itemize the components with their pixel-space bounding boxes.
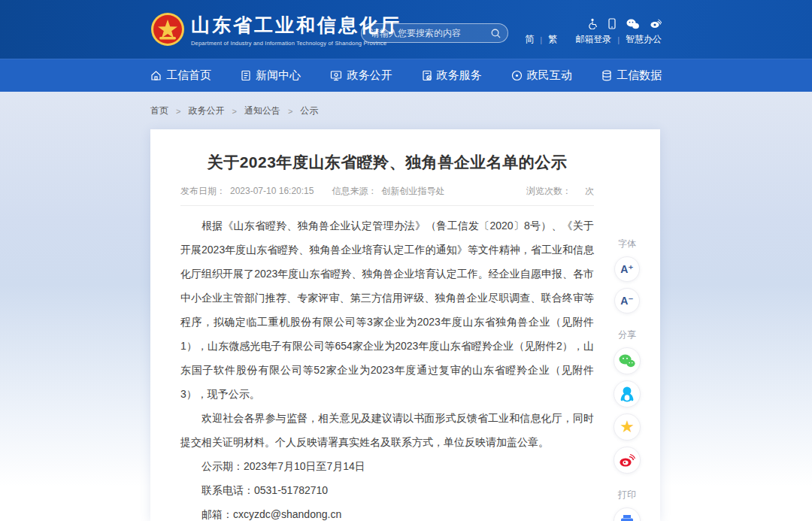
qzone-icon: ★: [620, 419, 635, 435]
article-card: 关于2023年度山东省瞪羚、独角兽企业名单的公示 发布日期：2023-07-10…: [150, 129, 660, 521]
wechat-icon: [619, 354, 635, 368]
font-increase-button[interactable]: A⁺: [614, 256, 640, 282]
interaction-icon: [511, 70, 523, 81]
nav-label: 政务服务: [437, 68, 482, 83]
article-paragraph: 根据《山东省瞪羚、独角兽企业认定管理办法》（鲁工信发〔2020〕8号）、《关于开…: [180, 214, 594, 406]
publish-date: 2023-07-10 16:20:15: [230, 186, 314, 196]
print-button[interactable]: [614, 507, 641, 521]
share-wechat-button[interactable]: [614, 347, 641, 374]
nav-item-interaction[interactable]: 政民互动: [511, 68, 572, 83]
service-icon: [422, 70, 432, 81]
nav-item-home[interactable]: 工信首页: [150, 68, 211, 83]
nav-item-disclosure[interactable]: 政务公开: [330, 68, 392, 83]
breadcrumb-home[interactable]: 首页: [150, 105, 168, 117]
breadcrumb-separator: >: [176, 107, 180, 116]
nav-label: 政务公开: [347, 68, 392, 83]
notice-period: 公示期：2023年7月10日至7月14日: [180, 454, 594, 478]
nav-label: 新闻中心: [256, 68, 301, 83]
breadcrumb-disclosure[interactable]: 政务公开: [188, 105, 224, 117]
qq-icon: [620, 386, 634, 402]
article-meta: 发布日期：2023-07-10 16:20:15信息来源：创新创业指导处 浏览次…: [180, 185, 594, 206]
wechat-icon[interactable]: [626, 19, 639, 29]
utility-separator: |: [617, 35, 620, 44]
source-value: 创新创业指导处: [381, 186, 444, 196]
article-paragraph: 欢迎社会各界参与监督，相关意见及建议请以书面形式反馈省工业和信息化厅，同时提交相…: [180, 406, 594, 454]
contact-email: 邮箱：cxcyzdc@shandong.cn: [180, 502, 594, 521]
page-title: 关于2023年度山东省瞪羚、独角兽企业名单的公示: [180, 152, 594, 173]
utility-separator: |: [540, 35, 542, 44]
weibo-icon[interactable]: [650, 19, 662, 29]
mobile-icon[interactable]: [608, 18, 616, 29]
breadcrumb-separator: >: [288, 107, 292, 116]
breadcrumb: 首页 > 政务公开 > 通知公告 > 公示: [150, 105, 318, 117]
home-icon: [150, 70, 162, 81]
share-weibo-button[interactable]: [614, 447, 641, 474]
font-size-label: 字体: [618, 238, 636, 250]
views-suffix: 次: [585, 186, 594, 196]
nav-item-news[interactable]: 新闻中心: [241, 68, 301, 83]
search-input[interactable]: [371, 28, 490, 38]
contact-phone: 联系电话：0531-51782710: [180, 478, 594, 502]
nav-label: 政民互动: [527, 68, 572, 83]
national-emblem-icon: [150, 12, 185, 47]
share-qq-button[interactable]: [614, 380, 641, 407]
search-box[interactable]: [361, 23, 508, 43]
views-label: 浏览次数：: [526, 186, 571, 196]
share-qzone-button[interactable]: ★: [614, 413, 641, 441]
printer-icon: [620, 514, 635, 521]
publish-date-label: 发布日期：: [180, 186, 226, 196]
news-icon: [241, 70, 251, 81]
nav-item-service[interactable]: 政务服务: [422, 68, 482, 83]
smart-office-link[interactable]: 智慧办公: [626, 33, 662, 46]
lang-traditional-link[interactable]: 繁: [548, 33, 557, 46]
main-nav: 工信首页 新闻中心 政务公开 政务服务 政民互动: [0, 59, 812, 92]
lang-simplified-link[interactable]: 简: [525, 33, 534, 46]
tool-rail: 字体 A⁺ A⁻ 分享 ★: [604, 233, 650, 521]
share-label: 分享: [618, 329, 636, 341]
breadcrumb-separator: >: [232, 107, 236, 116]
source-label: 信息来源：: [332, 186, 377, 196]
weibo-icon: [619, 453, 635, 468]
breadcrumb-notices[interactable]: 通知公告: [244, 105, 280, 117]
font-decrease-button[interactable]: A⁻: [614, 288, 640, 314]
mail-login-link[interactable]: 邮箱登录: [575, 33, 611, 46]
breadcrumb-current[interactable]: 公示: [300, 105, 318, 117]
data-icon: [601, 70, 612, 81]
print-label: 打印: [618, 489, 636, 501]
accessibility-icon[interactable]: [588, 18, 598, 29]
header-banner: 山东省工业和信息化厅 Department of Industry and In…: [0, 0, 812, 59]
nav-label: 工信数据: [617, 68, 662, 83]
disclosure-icon: [330, 70, 342, 81]
nav-label: 工信首页: [166, 68, 211, 83]
nav-item-data[interactable]: 工信数据: [601, 68, 662, 83]
